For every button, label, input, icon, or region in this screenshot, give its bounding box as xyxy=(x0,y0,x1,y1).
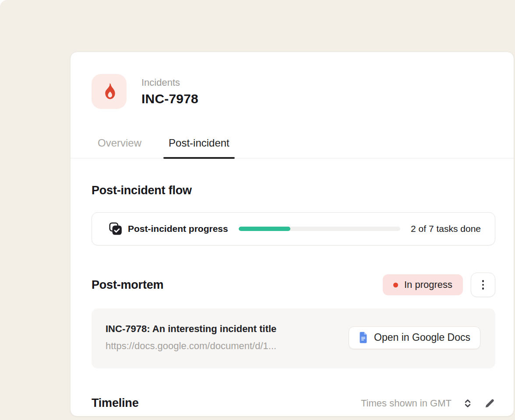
open-in-google-docs-button[interactable]: Open in Google Docs xyxy=(349,326,480,349)
progress-label: Post-incident progress xyxy=(128,224,228,234)
timeline-controls: Times shown in GMT xyxy=(361,398,495,409)
progress-fill xyxy=(239,227,290,231)
chevron-up-down-icon xyxy=(462,398,473,409)
page-background: Incidents INC-7978 Overview Post-inciden… xyxy=(0,0,515,420)
timeline-section: Timeline Times shown in GMT xyxy=(92,396,495,410)
flame-icon xyxy=(100,82,118,101)
post-mortem-actions: In progress xyxy=(383,273,495,297)
post-mortem-heading: Post-mortem xyxy=(92,278,163,292)
doc-info: INC-7978: An interesting incident title … xyxy=(106,323,276,352)
google-docs-icon xyxy=(359,332,368,343)
post-mortem-doc-card: INC-7978: An interesting incident title … xyxy=(92,308,495,368)
edit-timeline-button[interactable] xyxy=(484,398,495,409)
timezone-note: Times shown in GMT xyxy=(361,398,452,409)
timezone-selector-button[interactable] xyxy=(462,398,473,409)
incident-icon-badge xyxy=(92,74,127,109)
status-dot-icon xyxy=(393,283,398,287)
incident-id-title: INC-7978 xyxy=(141,91,198,106)
incident-header: Incidents INC-7978 xyxy=(92,74,495,109)
checklist-icon xyxy=(109,222,123,236)
status-badge[interactable]: In progress xyxy=(383,274,463,295)
timeline-heading: Timeline xyxy=(92,396,138,410)
pencil-icon xyxy=(484,398,495,409)
incident-card: Incidents INC-7978 Overview Post-inciden… xyxy=(70,52,514,416)
post-mortem-section: Post-mortem In progress INC-7978: An int… xyxy=(92,273,495,368)
status-badge-label: In progress xyxy=(404,279,452,290)
more-options-button[interactable] xyxy=(471,273,495,297)
doc-title: INC-7978: An interesting incident title xyxy=(106,323,276,335)
kebab-icon xyxy=(482,280,484,290)
post-incident-flow-heading: Post-incident flow xyxy=(92,184,495,197)
progress-bar xyxy=(239,227,400,231)
post-mortem-header-row: Post-mortem In progress xyxy=(92,273,495,297)
post-incident-flow-section: Post-incident flow Post-incident progres… xyxy=(92,184,495,245)
incident-title-block: Incidents INC-7978 xyxy=(141,77,198,106)
incident-category-label: Incidents xyxy=(141,77,198,88)
tab-overview[interactable]: Overview xyxy=(98,137,141,158)
tab-bar: Overview Post-incident xyxy=(71,137,514,158)
post-incident-progress-card[interactable]: Post-incident progress 2 of 7 tasks done xyxy=(92,212,495,245)
progress-status-text: 2 of 7 tasks done xyxy=(411,224,481,234)
open-button-label: Open in Google Docs xyxy=(374,332,470,343)
tab-post-incident[interactable]: Post-incident xyxy=(169,137,229,158)
doc-url: https://docs.google.com/document/d/1... xyxy=(106,340,276,352)
